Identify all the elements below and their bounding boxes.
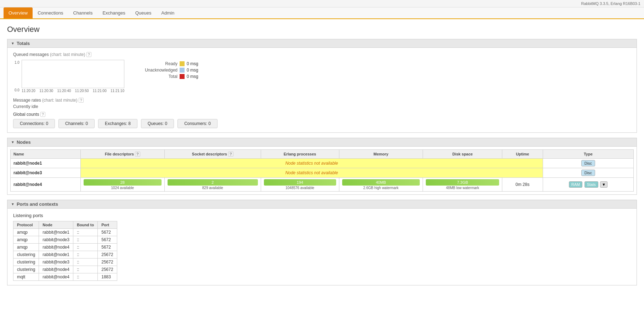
count-channels[interactable]: Channels: 0 <box>58 119 95 128</box>
th-erlang-proc: Erlang processes <box>261 150 339 159</box>
th-uptime: Uptime <box>502 150 543 159</box>
th-bound-to: Bound to <box>73 221 97 229</box>
table-row: clustering rabbit@node1 :: 25672 <box>13 251 117 259</box>
count-connections[interactable]: Connections: 0 <box>13 119 55 128</box>
node4-stats-btn[interactable]: Stats <box>584 181 598 188</box>
msg-rates-section: Message rates (chart: last minute) ? <box>13 98 631 103</box>
nav-overview[interactable]: Overview <box>4 7 33 18</box>
msg-rates-help[interactable]: ? <box>79 98 84 103</box>
total-color <box>180 74 185 79</box>
ports-body: Listening ports Protocol Node Bound to P… <box>7 209 637 285</box>
nav-admin[interactable]: Admin <box>156 7 179 18</box>
th-name: Name <box>11 150 81 159</box>
top-bar: RabbitMQ 3.3.5, Erlang R16B03-1 <box>0 0 644 7</box>
ready-color <box>180 61 185 66</box>
port-node: rabbit@node1 <box>39 229 73 236</box>
listening-ports-label: Listening ports <box>13 213 631 218</box>
ports-table: Protocol Node Bound to Port amqp rabbit@… <box>13 221 117 281</box>
table-row: mqtt rabbit@node4 :: 1883 <box>13 273 117 281</box>
nodes-table: Name File descriptors ? Socket descripto… <box>10 149 634 192</box>
file-desc-sub: 1024 available <box>84 186 162 190</box>
node3-warning: Node statistics not available <box>80 168 543 178</box>
table-row: rabbit@node1 Node statistics not availab… <box>11 159 634 168</box>
disk-space-sub: 48MB low watermark <box>426 186 499 190</box>
nav-connections[interactable]: Connections <box>33 7 68 18</box>
main-content: Overview ▼ Totals Queued messages (chart… <box>0 19 644 296</box>
port-node: rabbit@node3 <box>39 259 73 266</box>
port-port: 5672 <box>98 229 117 236</box>
global-counts-label: Global counts <box>13 112 39 117</box>
queued-messages-label: Queued messages <box>13 52 49 57</box>
chart-y-top: 1.0 <box>15 61 19 64</box>
port-bound: :: <box>73 244 97 251</box>
nodes-arrow: ▼ <box>11 140 15 144</box>
table-row: amqp rabbit@node3 :: 5672 <box>13 236 117 244</box>
queued-help[interactable]: ? <box>86 52 91 57</box>
msg-rates-label: Message rates <box>13 98 41 103</box>
totals-body: Queued messages (chart: last minute) ? 1… <box>7 48 637 133</box>
port-protocol: amqp <box>13 236 39 244</box>
nodes-header[interactable]: ▼ Nodes <box>7 138 637 147</box>
node4-ram-btn[interactable]: RAM <box>569 181 582 188</box>
port-protocol: amqp <box>13 244 39 251</box>
totals-label: Totals <box>17 41 30 46</box>
chart-y-bot: 0.0 <box>15 88 19 92</box>
node4-actions: RAM Stats ▼ <box>543 178 633 192</box>
port-protocol: clustering <box>13 259 39 266</box>
ports-header[interactable]: ▼ Ports and contexts <box>7 200 637 209</box>
port-bound: :: <box>73 236 97 244</box>
node3-type-btn[interactable]: Disc <box>581 170 595 176</box>
queued-chart-qualifier: (chart: last minute) <box>50 52 85 57</box>
socket-desc-sub: 829 available <box>168 186 258 190</box>
port-port: 1883 <box>98 273 117 281</box>
table-row: clustering rabbit@node3 :: 25672 <box>13 259 117 266</box>
node3-type: Disc <box>543 168 633 178</box>
erlang-proc-bar: 194 <box>264 179 336 186</box>
ports-section: ▼ Ports and contexts Listening ports Pro… <box>7 200 637 285</box>
th-type: Type <box>543 150 633 159</box>
queued-messages-row: 1.0 0.0 11:20:20 11:20:30 11:20:40 11:20… <box>13 60 631 93</box>
chart-x-labels: 11:20:20 11:20:30 11:20:40 11:20:50 11:2… <box>22 89 124 93</box>
port-bound: :: <box>73 251 97 259</box>
table-row: rabbit@node4 28 1024 available 2 829 ava… <box>11 178 634 192</box>
node1-warning: Node statistics not available <box>80 159 543 168</box>
port-bound: :: <box>73 273 97 281</box>
port-bound: :: <box>73 259 97 266</box>
nodes-label: Nodes <box>17 140 31 145</box>
node4-file-desc: 28 1024 available <box>80 178 164 192</box>
port-port: 25672 <box>98 259 117 266</box>
node4-uptime: 0m 28s <box>502 178 543 192</box>
port-node: rabbit@node3 <box>39 236 73 244</box>
nav-channels[interactable]: Channels <box>68 7 97 18</box>
counts-row: Connections: 0 Channels: 0 Exchanges: 8 … <box>13 119 631 128</box>
th-protocol: Protocol <box>13 221 39 229</box>
port-bound: :: <box>73 266 97 273</box>
nodes-table-header-row: Name File descriptors ? Socket descripto… <box>11 150 634 159</box>
totals-arrow: ▼ <box>11 41 15 45</box>
memory-bar: 40MB <box>342 179 420 186</box>
nodes-body: Name File descriptors ? Socket descripto… <box>7 147 637 195</box>
global-counts-help[interactable]: ? <box>40 112 45 117</box>
node4-memory: 40MB 2.6GB high watermark <box>339 178 423 192</box>
port-protocol: amqp <box>13 229 39 236</box>
count-exchanges[interactable]: Exchanges: 8 <box>98 119 137 128</box>
port-node: rabbit@node1 <box>39 251 73 259</box>
table-row: clustering rabbit@node4 :: 25672 <box>13 266 117 273</box>
node1-type-btn[interactable]: Disc <box>581 160 595 166</box>
currently-idle: Currently idle <box>13 104 631 109</box>
totals-header[interactable]: ▼ Totals <box>7 39 637 48</box>
ports-header-row: Protocol Node Bound to Port <box>13 221 117 229</box>
count-queues[interactable]: Queues: 0 <box>141 119 174 128</box>
count-consumers[interactable]: Consumers: 0 <box>177 119 218 128</box>
port-node: rabbit@node4 <box>39 273 73 281</box>
port-node: rabbit@node4 <box>39 244 73 251</box>
node4-more-btn[interactable]: ▼ <box>600 181 608 188</box>
node4-disk-space: 7.3GB 48MB low watermark <box>423 178 502 192</box>
global-counts: Global counts ? Connections: 0 Channels:… <box>13 112 631 128</box>
nav-exchanges[interactable]: Exchanges <box>97 7 130 18</box>
nodes-section: ▼ Nodes Name File descriptors ? Socket d… <box>7 138 637 195</box>
memory-sub: 2.6GB high watermark <box>342 186 420 190</box>
table-row: rabbit@node3 Node statistics not availab… <box>11 168 634 178</box>
nav-queues[interactable]: Queues <box>130 7 157 18</box>
port-protocol: mqtt <box>13 273 39 281</box>
